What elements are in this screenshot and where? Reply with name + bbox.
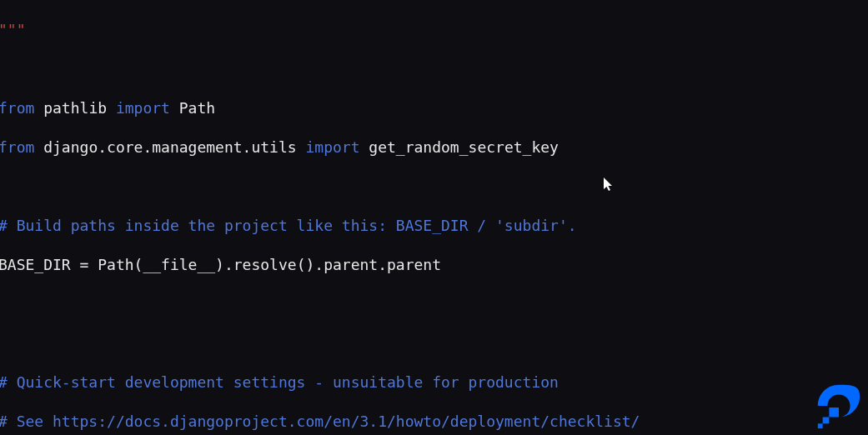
code-comment: # See https://docs.djangoproject.com/en/… xyxy=(0,412,640,430)
code-text: __file__ xyxy=(143,256,215,273)
code-text: from xyxy=(0,99,34,117)
code-text: from xyxy=(0,138,34,156)
code-text: BASE_DIR = Path( xyxy=(0,256,143,273)
svg-rect-0 xyxy=(823,418,830,424)
svg-rect-1 xyxy=(818,423,823,428)
code-text: django.core.management.utils xyxy=(34,138,305,156)
code-text: pathlib xyxy=(34,99,116,117)
digitalocean-logo-icon xyxy=(813,380,865,432)
code-comment: # Build paths inside the project like th… xyxy=(0,217,577,234)
code-text: import xyxy=(116,99,170,117)
code-comment: # Quick-start development settings - uns… xyxy=(0,373,559,391)
code-text: import xyxy=(305,138,359,156)
code-text: Path xyxy=(170,99,215,117)
code-text: ).resolve().parent.parent xyxy=(215,256,441,273)
code-editor[interactable]: """ from pathlib import Path from django… xyxy=(0,0,868,435)
code-text: """ xyxy=(0,21,26,38)
code-text: get_random_secret_key xyxy=(360,138,559,156)
